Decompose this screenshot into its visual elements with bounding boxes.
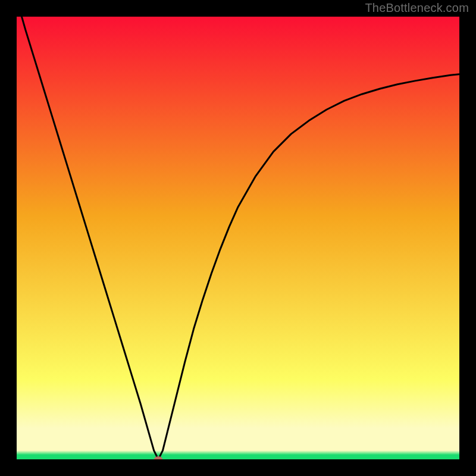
chart-frame: TheBottleneck.com: [0, 0, 476, 476]
watermark-text: TheBottleneck.com: [365, 1, 469, 15]
bottleneck-chart: [17, 17, 459, 459]
plot-area: [17, 17, 459, 459]
gradient-background: [17, 17, 459, 459]
